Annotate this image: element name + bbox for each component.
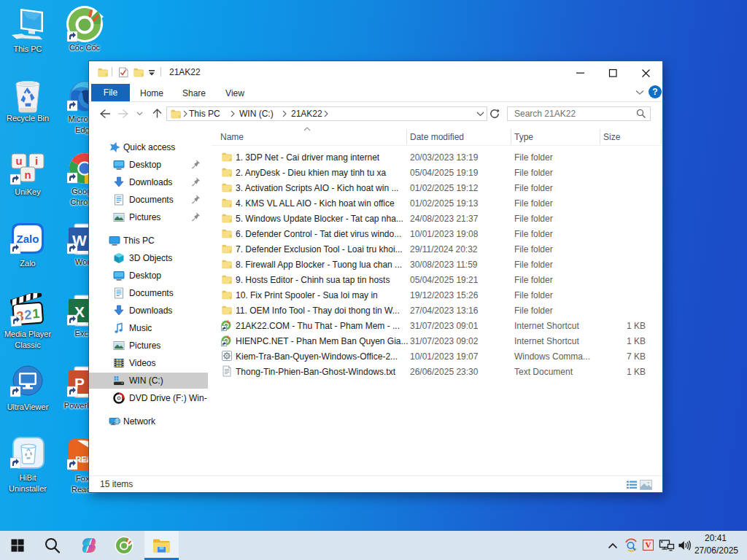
svg-text:1: 1 — [32, 306, 40, 322]
svg-text:n: n — [24, 168, 31, 181]
svg-text:2: 2 — [24, 308, 32, 323]
svg-text:i: i — [35, 155, 38, 167]
svg-text:u: u — [15, 155, 22, 167]
svg-text:Zalo: Zalo — [17, 233, 39, 245]
